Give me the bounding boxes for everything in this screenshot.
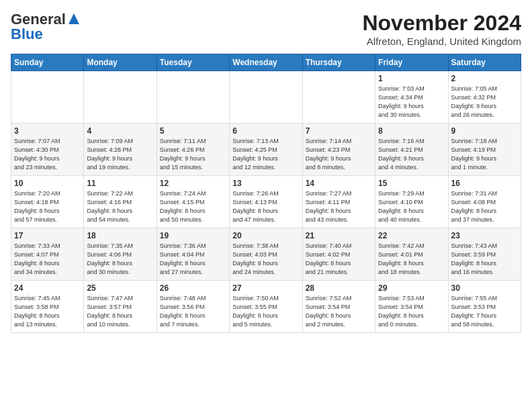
day-info: Sunrise: 7:55 AM Sunset: 3:53 PM Dayligh…: [451, 294, 518, 329]
table-row: 21Sunrise: 7:40 AM Sunset: 4:02 PM Dayli…: [302, 228, 375, 281]
day-info: Sunrise: 7:16 AM Sunset: 4:21 PM Dayligh…: [378, 137, 445, 172]
day-number: 24: [14, 283, 81, 293]
day-info: Sunrise: 7:42 AM Sunset: 4:01 PM Dayligh…: [378, 242, 445, 277]
day-info: Sunrise: 7:40 AM Sunset: 4:02 PM Dayligh…: [306, 242, 372, 277]
day-number: 29: [378, 283, 445, 293]
table-row: [157, 71, 229, 124]
day-info: Sunrise: 7:29 AM Sunset: 4:10 PM Dayligh…: [378, 189, 445, 224]
table-row: 13Sunrise: 7:26 AM Sunset: 4:13 PM Dayli…: [230, 176, 302, 228]
table-row: 22Sunrise: 7:42 AM Sunset: 4:01 PM Dayli…: [375, 228, 448, 281]
table-row: 1Sunrise: 7:03 AM Sunset: 4:34 PM Daylig…: [375, 71, 448, 124]
day-number: 14: [306, 179, 372, 188]
col-monday: Monday: [84, 54, 157, 71]
day-number: 15: [378, 179, 445, 188]
day-info: Sunrise: 7:43 AM Sunset: 3:59 PM Dayligh…: [451, 242, 518, 277]
table-row: 18Sunrise: 7:35 AM Sunset: 4:06 PM Dayli…: [84, 228, 157, 281]
day-info: Sunrise: 7:18 AM Sunset: 4:19 PM Dayligh…: [451, 137, 518, 172]
day-info: Sunrise: 7:36 AM Sunset: 4:04 PM Dayligh…: [160, 242, 226, 277]
table-row: 10Sunrise: 7:20 AM Sunset: 4:18 PM Dayli…: [11, 176, 84, 228]
day-number: 4: [87, 126, 153, 136]
table-row: [302, 71, 375, 124]
title-block: November 2024 Alfreton, England, United …: [362, 11, 521, 47]
day-number: 3: [14, 126, 81, 136]
day-number: 19: [160, 231, 226, 240]
table-row: 5Sunrise: 7:11 AM Sunset: 4:26 PM Daylig…: [157, 124, 229, 176]
day-info: Sunrise: 7:05 AM Sunset: 4:32 PM Dayligh…: [451, 85, 518, 120]
table-row: 11Sunrise: 7:22 AM Sunset: 4:16 PM Dayli…: [84, 176, 157, 228]
calendar-table: Sunday Monday Tuesday Wednesday Thursday…: [11, 54, 521, 333]
table-row: 17Sunrise: 7:33 AM Sunset: 4:07 PM Dayli…: [11, 228, 84, 281]
table-row: 9Sunrise: 7:18 AM Sunset: 4:19 PM Daylig…: [448, 124, 521, 176]
day-info: Sunrise: 7:38 AM Sunset: 4:03 PM Dayligh…: [232, 242, 299, 277]
header: General Blue November 2024 Alfreton, Eng…: [11, 11, 521, 47]
day-info: Sunrise: 7:47 AM Sunset: 3:57 PM Dayligh…: [87, 294, 153, 329]
table-row: 26Sunrise: 7:48 AM Sunset: 3:56 PM Dayli…: [157, 281, 229, 333]
table-row: 3Sunrise: 7:07 AM Sunset: 4:30 PM Daylig…: [11, 124, 84, 176]
day-number: 25: [87, 283, 153, 293]
calendar-title: November 2024: [362, 11, 521, 36]
col-sunday: Sunday: [11, 54, 84, 71]
table-row: 6Sunrise: 7:13 AM Sunset: 4:25 PM Daylig…: [230, 124, 302, 176]
table-row: 4Sunrise: 7:09 AM Sunset: 4:28 PM Daylig…: [84, 124, 157, 176]
calendar-week-row: 17Sunrise: 7:33 AM Sunset: 4:07 PM Dayli…: [11, 228, 521, 281]
day-number: 6: [232, 126, 299, 136]
table-row: 19Sunrise: 7:36 AM Sunset: 4:04 PM Dayli…: [157, 228, 229, 281]
table-row: [11, 71, 84, 124]
day-number: 9: [451, 126, 518, 136]
day-number: 17: [14, 231, 81, 240]
day-info: Sunrise: 7:24 AM Sunset: 4:15 PM Dayligh…: [160, 189, 226, 224]
table-row: 25Sunrise: 7:47 AM Sunset: 3:57 PM Dayli…: [84, 281, 157, 333]
col-thursday: Thursday: [302, 54, 375, 71]
table-row: [84, 71, 157, 124]
day-number: 2: [451, 74, 518, 83]
day-info: Sunrise: 7:11 AM Sunset: 4:26 PM Dayligh…: [160, 137, 226, 172]
table-row: 16Sunrise: 7:31 AM Sunset: 4:08 PM Dayli…: [448, 176, 521, 228]
table-row: 14Sunrise: 7:27 AM Sunset: 4:11 PM Dayli…: [302, 176, 375, 228]
col-saturday: Saturday: [448, 54, 521, 71]
day-number: 8: [378, 126, 445, 136]
table-row: 20Sunrise: 7:38 AM Sunset: 4:03 PM Dayli…: [230, 228, 302, 281]
day-info: Sunrise: 7:45 AM Sunset: 3:58 PM Dayligh…: [14, 294, 81, 329]
table-row: 24Sunrise: 7:45 AM Sunset: 3:58 PM Dayli…: [11, 281, 84, 333]
calendar-header-row: Sunday Monday Tuesday Wednesday Thursday…: [11, 54, 521, 71]
day-info: Sunrise: 7:14 AM Sunset: 4:23 PM Dayligh…: [306, 137, 372, 172]
day-info: Sunrise: 7:52 AM Sunset: 3:54 PM Dayligh…: [306, 294, 372, 329]
page-container: General Blue November 2024 Alfreton, Eng…: [0, 0, 532, 338]
day-info: Sunrise: 7:50 AM Sunset: 3:55 PM Dayligh…: [232, 294, 299, 329]
calendar-body: 1Sunrise: 7:03 AM Sunset: 4:34 PM Daylig…: [11, 71, 521, 333]
calendar-week-row: 3Sunrise: 7:07 AM Sunset: 4:30 PM Daylig…: [11, 124, 521, 176]
col-tuesday: Tuesday: [157, 54, 229, 71]
day-number: 10: [14, 179, 81, 188]
table-row: [230, 71, 302, 124]
day-number: 30: [451, 283, 518, 293]
table-row: 2Sunrise: 7:05 AM Sunset: 4:32 PM Daylig…: [448, 71, 521, 124]
table-row: 30Sunrise: 7:55 AM Sunset: 3:53 PM Dayli…: [448, 281, 521, 333]
day-number: 11: [87, 179, 153, 188]
day-info: Sunrise: 7:33 AM Sunset: 4:07 PM Dayligh…: [14, 242, 81, 277]
day-number: 18: [87, 231, 153, 240]
table-row: 12Sunrise: 7:24 AM Sunset: 4:15 PM Dayli…: [157, 176, 229, 228]
svg-marker-0: [69, 13, 79, 24]
day-info: Sunrise: 7:31 AM Sunset: 4:08 PM Dayligh…: [451, 189, 518, 224]
table-row: 29Sunrise: 7:53 AM Sunset: 3:54 PM Dayli…: [375, 281, 448, 333]
day-info: Sunrise: 7:35 AM Sunset: 4:06 PM Dayligh…: [87, 242, 153, 277]
day-number: 21: [306, 231, 372, 240]
day-info: Sunrise: 7:09 AM Sunset: 4:28 PM Dayligh…: [87, 137, 153, 172]
day-number: 23: [451, 231, 518, 240]
calendar-week-row: 1Sunrise: 7:03 AM Sunset: 4:34 PM Daylig…: [11, 71, 521, 124]
day-number: 5: [160, 126, 226, 136]
day-number: 28: [306, 283, 372, 293]
day-info: Sunrise: 7:20 AM Sunset: 4:18 PM Dayligh…: [14, 189, 81, 224]
table-row: 8Sunrise: 7:16 AM Sunset: 4:21 PM Daylig…: [375, 124, 448, 176]
col-wednesday: Wednesday: [230, 54, 302, 71]
table-row: 27Sunrise: 7:50 AM Sunset: 3:55 PM Dayli…: [230, 281, 302, 333]
day-number: 13: [232, 179, 299, 188]
day-number: 22: [378, 231, 445, 240]
table-row: 28Sunrise: 7:52 AM Sunset: 3:54 PM Dayli…: [302, 281, 375, 333]
day-info: Sunrise: 7:27 AM Sunset: 4:11 PM Dayligh…: [306, 189, 372, 224]
logo-blue: Blue: [11, 26, 43, 43]
day-info: Sunrise: 7:03 AM Sunset: 4:34 PM Dayligh…: [378, 85, 445, 120]
day-info: Sunrise: 7:07 AM Sunset: 4:30 PM Dayligh…: [14, 137, 81, 172]
logo-triangle-icon: [68, 13, 80, 28]
day-number: 7: [306, 126, 372, 136]
